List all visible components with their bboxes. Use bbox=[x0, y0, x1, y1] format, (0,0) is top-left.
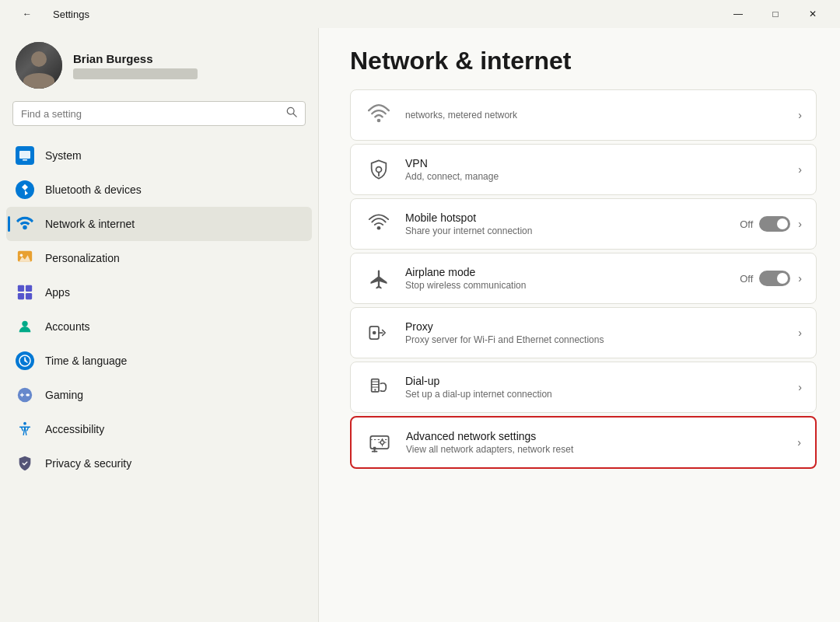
settings-card-hotspot[interactable]: Mobile hotspot Share your internet conne… bbox=[350, 198, 817, 250]
title-bar: ← Settings — □ ✕ bbox=[0, 0, 840, 28]
sidebar: Brian Burgess bbox=[0, 28, 319, 622]
svg-point-11 bbox=[22, 321, 27, 327]
card-right-partial: › bbox=[798, 109, 802, 121]
sidebar-item-system[interactable]: System bbox=[6, 138, 312, 173]
sidebar-item-network[interactable]: Network & internet bbox=[6, 207, 312, 241]
svg-point-16 bbox=[376, 167, 382, 173]
back-button[interactable]: ← bbox=[9, 0, 45, 28]
hotspot-icon bbox=[365, 210, 393, 238]
svg-rect-2 bbox=[19, 151, 30, 159]
settings-list: networks, metered network › VPN A bbox=[350, 89, 817, 469]
sidebar-item-label: Gaming bbox=[45, 389, 83, 401]
sidebar-item-accessibility[interactable]: Accessibility bbox=[6, 412, 312, 446]
svg-rect-9 bbox=[18, 293, 24, 299]
sidebar-item-gaming[interactable]: Gaming bbox=[6, 378, 312, 412]
search-input[interactable] bbox=[21, 108, 280, 120]
app-container: Brian Burgess bbox=[0, 28, 840, 622]
svg-point-21 bbox=[374, 389, 376, 390]
close-button[interactable]: ✕ bbox=[795, 0, 831, 28]
card-title-airplane: Airplane mode bbox=[405, 266, 727, 278]
apps-icon bbox=[16, 283, 34, 302]
airplane-toggle[interactable] bbox=[759, 271, 790, 286]
app-title: Settings bbox=[53, 9, 89, 20]
sidebar-item-apps[interactable]: Apps bbox=[6, 275, 312, 309]
card-right-proxy: › bbox=[798, 327, 802, 339]
window-controls: — □ ✕ bbox=[720, 0, 831, 28]
settings-card-vpn[interactable]: VPN Add, connect, manage › bbox=[350, 144, 817, 195]
sidebar-item-time[interactable]: Time & language bbox=[6, 344, 312, 378]
settings-card-advanced-network[interactable]: Advanced network settings View all netwo… bbox=[350, 416, 817, 469]
svg-point-14 bbox=[23, 422, 26, 425]
card-right-hotspot: Off › bbox=[740, 216, 802, 232]
card-right-airplane: Off › bbox=[740, 271, 802, 286]
chevron-icon: › bbox=[798, 327, 802, 339]
user-profile[interactable]: Brian Burgess bbox=[0, 28, 318, 101]
search-container bbox=[0, 101, 318, 135]
advanced-network-icon bbox=[366, 428, 394, 456]
privacy-icon bbox=[16, 454, 34, 473]
card-right-dialup: › bbox=[798, 381, 802, 393]
minimize-button[interactable]: — bbox=[720, 0, 756, 28]
svg-point-6 bbox=[20, 254, 23, 257]
user-email bbox=[73, 68, 198, 79]
sidebar-item-label: Accounts bbox=[45, 320, 90, 333]
svg-point-13 bbox=[18, 388, 32, 402]
svg-rect-10 bbox=[26, 293, 32, 299]
proxy-icon bbox=[365, 319, 393, 347]
sidebar-item-label: Network & internet bbox=[45, 218, 135, 230]
sidebar-item-bluetooth[interactable]: Bluetooth & devices bbox=[6, 173, 312, 207]
user-name: Brian Burgess bbox=[73, 52, 198, 65]
airplane-icon bbox=[365, 264, 393, 292]
card-subtitle-partial: networks, metered network bbox=[405, 110, 786, 121]
toggle-container-airplane: Off bbox=[740, 271, 790, 286]
card-title-vpn: VPN bbox=[405, 157, 786, 169]
main-content: Network & internet networks, metered net… bbox=[319, 28, 840, 622]
chevron-icon: › bbox=[798, 109, 802, 121]
accessibility-icon bbox=[16, 420, 34, 439]
wifi-partial-icon bbox=[365, 101, 393, 129]
toggle-container-hotspot: Off bbox=[740, 216, 790, 232]
search-icon bbox=[286, 107, 297, 121]
sidebar-item-personalization[interactable]: Personalization bbox=[6, 241, 312, 275]
sidebar-item-accounts[interactable]: Accounts bbox=[6, 309, 312, 344]
chevron-icon: › bbox=[798, 381, 802, 393]
settings-card-airplane[interactable]: Airplane mode Stop wireless communicatio… bbox=[350, 253, 817, 304]
settings-card-dialup[interactable]: Dial-up Set up a dial-up internet connec… bbox=[350, 362, 817, 413]
maximize-button[interactable]: □ bbox=[758, 0, 793, 28]
bluetooth-icon bbox=[16, 180, 34, 199]
svg-point-19 bbox=[373, 331, 376, 335]
gaming-icon bbox=[16, 386, 34, 404]
card-text-airplane: Airplane mode Stop wireless communicatio… bbox=[405, 266, 727, 291]
chevron-icon: › bbox=[798, 218, 802, 230]
card-title-dialup: Dial-up bbox=[405, 375, 786, 387]
svg-rect-7 bbox=[18, 285, 24, 292]
sidebar-item-label: Bluetooth & devices bbox=[45, 183, 142, 196]
card-text-hotspot: Mobile hotspot Share your internet conne… bbox=[405, 211, 727, 236]
chevron-icon: › bbox=[798, 272, 802, 285]
svg-rect-3 bbox=[23, 159, 27, 161]
settings-card-proxy[interactable]: Proxy Proxy server for Wi-Fi and Etherne… bbox=[350, 307, 817, 358]
card-subtitle-airplane: Stop wireless communication bbox=[405, 280, 727, 291]
dialup-icon bbox=[365, 373, 393, 401]
svg-point-24 bbox=[380, 441, 384, 445]
search-box[interactable] bbox=[12, 101, 306, 126]
personalization-icon bbox=[16, 249, 34, 267]
svg-point-17 bbox=[377, 226, 381, 230]
card-title-proxy: Proxy bbox=[405, 320, 786, 333]
page-title: Network & internet bbox=[350, 28, 817, 89]
toggle-label-airplane: Off bbox=[740, 273, 753, 285]
user-info: Brian Burgess bbox=[73, 52, 198, 79]
card-text-advanced-network: Advanced network settings View all netwo… bbox=[406, 430, 785, 455]
sidebar-item-label: Privacy & security bbox=[45, 457, 131, 470]
card-text-partial: networks, metered network bbox=[405, 110, 786, 121]
time-icon bbox=[16, 351, 34, 370]
settings-card-top-partial[interactable]: networks, metered network › bbox=[350, 89, 817, 141]
card-title-hotspot: Mobile hotspot bbox=[405, 211, 727, 224]
sidebar-item-label: Accessibility bbox=[45, 423, 104, 435]
sidebar-item-label: Personalization bbox=[45, 252, 120, 264]
sidebar-item-privacy[interactable]: Privacy & security bbox=[6, 446, 312, 480]
system-icon bbox=[16, 146, 34, 165]
card-right-vpn: › bbox=[798, 163, 802, 176]
hotspot-toggle[interactable] bbox=[759, 216, 790, 232]
card-subtitle-vpn: Add, connect, manage bbox=[405, 171, 786, 182]
